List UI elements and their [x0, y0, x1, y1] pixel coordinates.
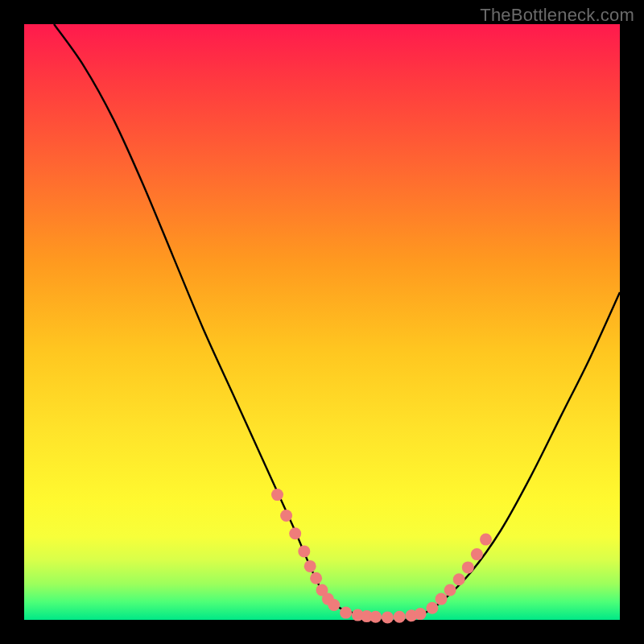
curve-dot: [444, 584, 456, 597]
chart-frame: TheBottleneck.com: [0, 0, 644, 644]
curve-dot: [453, 573, 465, 585]
curve-dot: [304, 560, 316, 572]
curve-dot: [462, 561, 474, 573]
curve-dot: [369, 611, 382, 623]
curve-dot: [415, 608, 427, 620]
curve-dot: [289, 527, 301, 539]
bottleneck-curve-path: [54, 24, 620, 621]
plot-area: [24, 24, 620, 620]
curve-dot: [271, 489, 283, 501]
curve-dot: [471, 548, 483, 560]
watermark-text: TheBottleneck.com: [480, 5, 634, 26]
curve-dot: [328, 599, 340, 611]
curve-dot: [298, 545, 310, 557]
bottleneck-curve-svg: [24, 24, 620, 620]
curve-marker-dots: [271, 489, 492, 623]
curve-dot: [382, 612, 394, 624]
curve-dot: [310, 572, 322, 584]
curve-dot: [426, 602, 438, 614]
curve-dot: [436, 593, 448, 605]
curve-dot: [480, 534, 492, 546]
curve-dot: [340, 607, 352, 619]
curve-dot: [280, 510, 292, 522]
curve-dot: [394, 611, 406, 623]
